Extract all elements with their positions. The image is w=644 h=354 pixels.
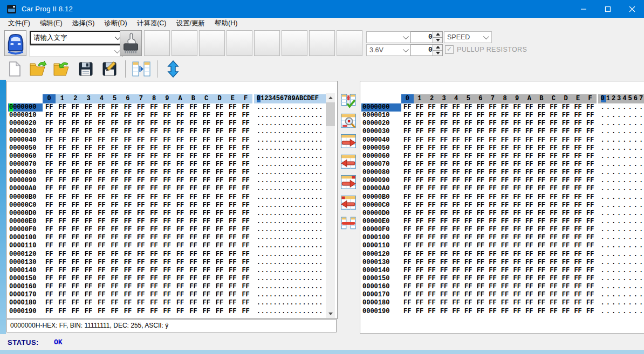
address-cell[interactable]: 0000080 xyxy=(8,169,43,177)
byte-cell[interactable]: FF xyxy=(121,193,134,202)
ascii-cell[interactable]: ................ xyxy=(598,185,644,193)
address-cell[interactable]: 0000040 xyxy=(361,136,401,144)
byte-cell[interactable]: FF xyxy=(200,202,213,210)
byte-cell[interactable]: FF xyxy=(82,112,95,120)
byte-cell[interactable]: FF xyxy=(213,202,226,210)
ascii-cell[interactable]: ................ xyxy=(598,169,644,177)
byte-cell[interactable]: FF xyxy=(121,267,134,275)
byte-cell[interactable]: FF xyxy=(499,177,511,185)
byte-cell[interactable]: FF xyxy=(161,308,174,316)
byte-cell[interactable]: FF xyxy=(560,185,572,193)
byte-cell[interactable]: FF xyxy=(560,210,572,218)
byte-cell[interactable]: FF xyxy=(414,218,426,226)
address-cell[interactable]: 0000090 xyxy=(361,177,401,185)
byte-cell[interactable]: FF xyxy=(200,193,213,202)
byte-cell[interactable]: FF xyxy=(560,193,572,202)
spinner-top[interactable]: 0 xyxy=(410,31,443,43)
byte-cell[interactable]: FF xyxy=(462,136,475,144)
byte-cell[interactable]: FF xyxy=(450,218,462,226)
chip-select-button[interactable] xyxy=(120,30,142,56)
address-cell[interactable]: 0000180 xyxy=(361,299,401,307)
byte-cell[interactable]: FF xyxy=(487,177,499,185)
byte-cell[interactable]: FF xyxy=(475,275,487,283)
byte-cell[interactable]: FF xyxy=(108,251,121,259)
byte-cell[interactable]: FF xyxy=(121,242,134,250)
byte-cell[interactable]: FF xyxy=(69,202,82,210)
byte-cell[interactable]: FF xyxy=(572,193,584,202)
byte-cell[interactable]: FF xyxy=(487,275,499,283)
byte-cell[interactable]: FF xyxy=(450,120,462,128)
byte-cell[interactable]: FF xyxy=(69,251,82,259)
byte-cell[interactable]: FF xyxy=(108,169,121,177)
byte-cell[interactable]: FF xyxy=(414,169,426,177)
byte-cell[interactable]: FF xyxy=(239,120,252,128)
byte-cell[interactable]: FF xyxy=(450,283,462,291)
address-cell[interactable]: 00000A0 xyxy=(8,185,43,193)
byte-cell[interactable]: FF xyxy=(200,103,213,112)
address-cell[interactable]: 0000130 xyxy=(8,259,43,267)
byte-cell[interactable]: FF xyxy=(438,218,450,226)
byte-cell[interactable]: FF xyxy=(536,144,548,152)
byte-cell[interactable]: FF xyxy=(69,112,82,120)
byte-cell[interactable]: FF xyxy=(134,218,147,226)
byte-cell[interactable]: FF xyxy=(95,120,108,128)
byte-cell[interactable]: FF xyxy=(95,275,108,283)
byte-cell[interactable]: FF xyxy=(43,242,56,250)
column-header[interactable]: F xyxy=(239,94,252,103)
byte-cell[interactable]: FF xyxy=(226,299,239,307)
byte-cell[interactable]: FF xyxy=(226,242,239,250)
byte-cell[interactable]: FF xyxy=(572,177,584,185)
byte-cell[interactable]: FF xyxy=(536,136,548,144)
byte-cell[interactable]: FF xyxy=(187,308,200,316)
byte-cell[interactable]: FF xyxy=(147,283,160,291)
byte-cell[interactable]: FF xyxy=(95,169,108,177)
byte-cell[interactable]: FF xyxy=(560,218,572,226)
byte-cell[interactable]: FF xyxy=(511,152,523,161)
byte-cell[interactable]: FF xyxy=(450,210,462,218)
byte-cell[interactable]: FF xyxy=(414,299,426,307)
byte-cell[interactable]: FF xyxy=(560,291,572,299)
byte-cell[interactable]: FF xyxy=(95,210,108,218)
byte-cell[interactable]: FF xyxy=(161,275,174,283)
ascii-cell[interactable]: ................ xyxy=(598,299,644,307)
byte-cell[interactable]: FF xyxy=(213,308,226,316)
byte-cell[interactable]: FF xyxy=(511,251,523,259)
byte-cell[interactable]: FF xyxy=(547,259,560,267)
byte-cell[interactable]: FF xyxy=(572,291,584,299)
byte-cell[interactable]: FF xyxy=(69,144,82,152)
byte-cell[interactable]: FF xyxy=(475,120,487,128)
byte-cell[interactable]: FF xyxy=(121,169,134,177)
byte-cell[interactable]: FF xyxy=(187,120,200,128)
byte-cell[interactable]: FF xyxy=(499,169,511,177)
address-cell[interactable]: 0000120 xyxy=(361,251,401,259)
byte-cell[interactable]: FF xyxy=(426,185,438,193)
byte-cell[interactable]: FF xyxy=(426,103,438,112)
byte-cell[interactable]: FF xyxy=(426,267,438,275)
byte-cell[interactable]: FF xyxy=(584,185,597,193)
byte-cell[interactable]: FF xyxy=(487,251,499,259)
column-header[interactable]: B xyxy=(187,94,200,103)
byte-cell[interactable]: FF xyxy=(121,103,134,112)
byte-cell[interactable]: FF xyxy=(438,169,450,177)
byte-cell[interactable]: FF xyxy=(187,234,200,242)
byte-cell[interactable]: FF xyxy=(499,128,511,136)
address-cell[interactable]: 0000030 xyxy=(8,128,43,136)
column-header[interactable]: D xyxy=(213,94,226,103)
byte-cell[interactable]: FF xyxy=(401,234,414,242)
byte-cell[interactable]: FF xyxy=(200,283,213,291)
byte-cell[interactable]: FF xyxy=(438,259,450,267)
secondary-combo[interactable] xyxy=(30,45,123,57)
byte-cell[interactable]: FF xyxy=(108,226,121,234)
address-cell[interactable]: 0000180 xyxy=(8,299,43,307)
byte-cell[interactable]: FF xyxy=(523,242,536,250)
byte-cell[interactable]: FF xyxy=(56,202,68,210)
byte-cell[interactable]: FF xyxy=(82,169,95,177)
byte-cell[interactable]: FF xyxy=(499,136,511,144)
byte-cell[interactable]: FF xyxy=(147,202,160,210)
address-cell[interactable]: 0000000 xyxy=(361,103,401,112)
byte-cell[interactable]: FF xyxy=(82,144,95,152)
byte-cell[interactable]: FF xyxy=(560,267,572,275)
byte-cell[interactable]: FF xyxy=(511,177,523,185)
byte-cell[interactable]: FF xyxy=(95,283,108,291)
address-cell[interactable]: 0000110 xyxy=(361,242,401,250)
